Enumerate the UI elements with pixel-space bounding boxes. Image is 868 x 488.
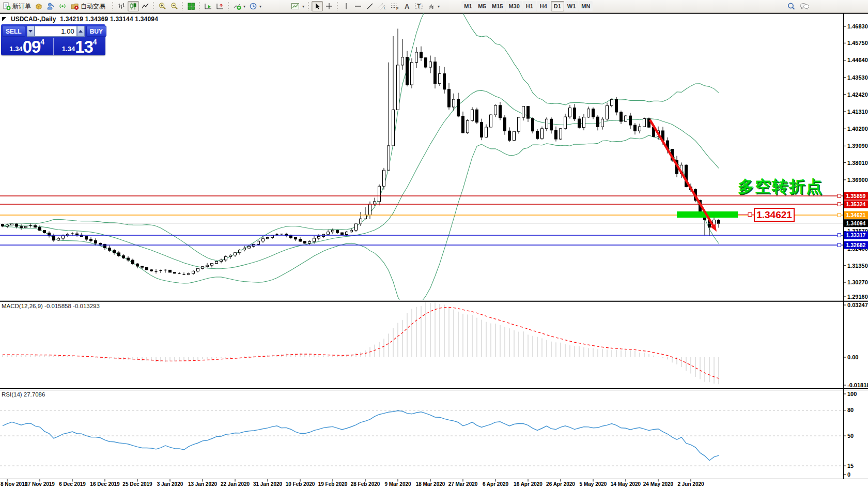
price-tag-anchor[interactable]: [748, 213, 752, 217]
toolbar-handle[interactable]: [336, 2, 339, 10]
auto-scroll-button[interactable]: [203, 1, 214, 11]
cursor-button[interactable]: [312, 1, 323, 11]
svg-text:3 Jan 2020: 3 Jan 2020: [157, 481, 183, 487]
svg-text:31 Jan 2020: 31 Jan 2020: [253, 481, 283, 487]
toolbar-handle[interactable]: [307, 2, 310, 10]
chat-icon: [799, 2, 810, 10]
svg-text:22 Jan 2020: 22 Jan 2020: [221, 481, 250, 487]
caret-down-icon: ▾: [438, 4, 440, 9]
auto-trading-button[interactable]: 自动交易: [69, 1, 107, 11]
svg-text:25 Dec 2019: 25 Dec 2019: [122, 481, 152, 487]
new-order-label: 新订单: [12, 2, 31, 11]
turning-point-annotation[interactable]: 多空转折点: [738, 176, 823, 197]
auto-scroll-icon: [204, 2, 212, 10]
candlestick-series: [2, 28, 720, 275]
timeframe-button-MN[interactable]: MN: [579, 1, 593, 11]
profiles-button[interactable]: [33, 1, 44, 11]
arrows-button[interactable]: ▾: [426, 1, 441, 11]
price-tag-label[interactable]: 1.34621: [754, 208, 795, 222]
fibonacci-button[interactable]: F: [389, 1, 400, 11]
line-handle[interactable]: [838, 203, 841, 206]
toolbar-handle[interactable]: [112, 2, 114, 10]
one-click-trading-panel: SELL BUY 1.34094 1.34134: [1, 24, 105, 55]
sell-price[interactable]: 1.34094: [1, 38, 53, 55]
svg-text:0: 0: [847, 471, 850, 478]
market-watch-button[interactable]: [45, 1, 56, 11]
toolbar-handle[interactable]: [181, 2, 184, 10]
buy-price-figure: 1.34: [62, 45, 75, 52]
timeframe-button-M15[interactable]: M15: [489, 1, 505, 11]
text-button[interactable]: A: [401, 1, 412, 11]
timeframe-button-H4[interactable]: H4: [537, 1, 550, 11]
line-handle[interactable]: [838, 194, 841, 198]
zoom-in-button[interactable]: [157, 1, 168, 11]
timeframe-toolbar: M1M5M15M30H1H4D1W1MN: [461, 1, 593, 12]
new-order-button[interactable]: 新订单: [1, 1, 33, 11]
toolbar-handle[interactable]: [198, 2, 201, 10]
search-button[interactable]: [785, 1, 797, 11]
svg-text:E: E: [384, 6, 386, 10]
bar-chart-button[interactable]: [116, 1, 127, 11]
templates-button[interactable]: ▾: [289, 1, 306, 11]
horizontal-levels[interactable]: [0, 194, 844, 247]
svg-text:1.34621: 1.34621: [846, 212, 866, 218]
line-handle[interactable]: [838, 213, 841, 217]
svg-text:6 Dec 2019: 6 Dec 2019: [59, 481, 86, 487]
line-handle[interactable]: [838, 234, 841, 237]
buy-price[interactable]: 1.34134: [53, 38, 106, 55]
svg-text:18 Mar 2020: 18 Mar 2020: [416, 481, 445, 487]
svg-text:24 May 2020: 24 May 2020: [643, 481, 674, 487]
volume-decrease-button[interactable]: [27, 26, 35, 37]
templates-icon: [291, 2, 300, 10]
ohlc-values: 1.34219 1.34369 1.33144 1.34094: [60, 16, 158, 23]
date-axis: 8 Nov 201927 Nov 20196 Dec 201916 Dec 20…: [1, 479, 704, 487]
add-indicator-button[interactable]: ▾: [231, 1, 247, 11]
bollinger-bands: [3, 0, 719, 307]
search-icon: [787, 2, 796, 11]
text-label-button[interactable]: T: [413, 1, 425, 11]
equidistant-channel-button[interactable]: E: [376, 1, 388, 11]
collapse-panel-icon[interactable]: [2, 17, 6, 21]
signals-button[interactable]: [57, 1, 68, 11]
crosshair-icon: [325, 2, 333, 10]
svg-text:2 Jun 2020: 2 Jun 2020: [677, 481, 704, 487]
timeframe-button-H1[interactable]: H1: [523, 1, 536, 11]
timeframe-button-M1[interactable]: M1: [461, 1, 475, 11]
line-handle[interactable]: [838, 243, 841, 247]
triangle-down-icon: [28, 30, 33, 33]
caret-down-icon: ▾: [259, 4, 261, 9]
svg-text:19 Feb 2020: 19 Feb 2020: [318, 481, 348, 487]
timeframe-button-W1[interactable]: W1: [565, 1, 579, 11]
svg-text:16 Apr 2020: 16 Apr 2020: [514, 481, 542, 487]
tile-windows-button[interactable]: [185, 1, 197, 11]
candle-chart-button[interactable]: [128, 1, 139, 11]
trendline-button[interactable]: [364, 1, 376, 11]
crosshair-button[interactable]: [323, 1, 335, 11]
horizontal-line-icon: [354, 2, 362, 10]
toolbar-handle[interactable]: [227, 2, 230, 10]
volume-input[interactable]: [35, 26, 77, 37]
zoom-out-button[interactable]: [168, 1, 180, 11]
chart-shift-button[interactable]: [214, 1, 226, 11]
toolbar-group-chart: ▾ ▾: [111, 1, 263, 12]
periods-button[interactable]: ▾: [247, 1, 263, 11]
timeframe-button-M30[interactable]: M30: [506, 1, 522, 11]
sell-button[interactable]: SELL: [2, 26, 25, 37]
line-chart-button[interactable]: [140, 1, 151, 11]
vertical-line-icon: [342, 2, 350, 10]
chart-shift-icon: [216, 2, 224, 10]
macd-panel: [3, 302, 719, 384]
caret-down-icon: ▾: [302, 4, 304, 9]
triangle-up-icon: [79, 30, 83, 33]
horizontal-line-button[interactable]: [352, 1, 364, 11]
timeframe-button-D1[interactable]: D1: [551, 1, 564, 11]
svg-text:100: 100: [847, 391, 857, 397]
vertical-line-button[interactable]: [340, 1, 352, 11]
chat-button[interactable]: [798, 1, 811, 11]
buy-button[interactable]: BUY: [86, 26, 106, 37]
timeframe-button-M5[interactable]: M5: [475, 1, 489, 11]
chart-canvas[interactable]: 1.468301.457501.446401.435301.424201.413…: [0, 0, 868, 488]
toolbar-handle[interactable]: [152, 2, 155, 10]
volume-increase-button[interactable]: [77, 26, 85, 37]
zoom-out-icon: [170, 2, 178, 10]
